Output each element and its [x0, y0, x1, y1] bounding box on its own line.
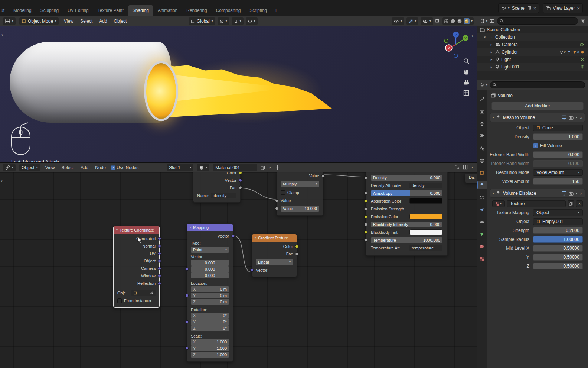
remove-modifier-icon[interactable]: ×	[579, 115, 582, 120]
disclosure-arrow-icon[interactable]: ▸	[490, 50, 493, 54]
navigation-gizmo[interactable]: Z Y X	[442, 30, 470, 60]
overlays-dropdown[interactable]: ▾	[421, 17, 433, 25]
temperature-slider[interactable]: Temperature1000.000	[371, 237, 442, 243]
shader-menu-select[interactable]: Select	[60, 165, 75, 170]
math-node[interactable]: Value Multiply▾ Clamp Value Value10.000	[277, 172, 323, 216]
vector-x-field[interactable]: 0.000	[191, 260, 229, 266]
voxel-amount-slider[interactable]: 150	[533, 178, 583, 185]
new-texture-copy-button[interactable]	[568, 200, 574, 207]
zoom-region-icon[interactable]	[454, 165, 459, 170]
mtv-density-slider[interactable]: 1.000	[533, 133, 583, 140]
material-name-field[interactable]: Material.001	[213, 164, 257, 171]
toolbar-expand-arrow[interactable]: ›	[1, 178, 3, 183]
remove-modifier-icon[interactable]: ×	[579, 191, 582, 196]
workspace-tab-sculpting[interactable]: Sculpting	[36, 5, 63, 16]
window-output-socket[interactable]	[158, 274, 161, 278]
panel-expand-arrow[interactable]: ▾	[493, 192, 494, 195]
workspace-tab-compositing[interactable]: Compositing	[212, 5, 245, 16]
volume-displace-panel-header[interactable]: ▾ Volume Displace ▾ ×	[490, 189, 585, 198]
unlink-texture-button[interactable]: ×	[576, 200, 583, 207]
tab-scene[interactable]	[477, 144, 487, 152]
absorption-color-input-socket[interactable]	[364, 199, 368, 203]
modifier-extras-dropdown[interactable]: ▾	[576, 116, 577, 119]
camera-output-socket[interactable]	[158, 267, 161, 270]
blackbody-intensity-slider[interactable]: Blackbody Intensity0.000	[371, 222, 442, 227]
shading-wireframe-button[interactable]	[444, 19, 449, 24]
tab-object-data[interactable]	[477, 230, 487, 238]
use-nodes-checkbox[interactable]: ✓ Use Nodes	[111, 165, 138, 170]
panel-expand-arrow[interactable]: ▾	[493, 116, 494, 119]
tab-output[interactable]	[477, 120, 487, 128]
material-data-icon[interactable]	[573, 51, 576, 54]
viewport-menu-view[interactable]: View	[62, 19, 75, 24]
vector-z-field[interactable]: 0.000	[191, 272, 229, 278]
gradient-texture-node[interactable]: ▾Gradient Texture Color Fac Linear▾ Vect…	[252, 234, 297, 277]
mid-level-y-slider[interactable]: 0.50000	[533, 254, 583, 261]
texture-coordinate-node[interactable]: ▾Texture Coordinate Generated Normal UV …	[113, 226, 160, 308]
reflection-output-socket[interactable]	[158, 282, 161, 285]
workspace-tab-rendering[interactable]: Rendering	[182, 5, 211, 16]
workspace-tab-uv-editing[interactable]: UV Editing	[63, 5, 93, 16]
material-slot-dropdown[interactable]: Slot 1 ▾	[167, 164, 193, 171]
shader-canvas[interactable]: › Color Vector Fac Name: density Value M…	[0, 172, 477, 368]
rotation-x-field[interactable]: X0°	[191, 313, 229, 319]
mid-level-z-slider[interactable]: 0.50000	[533, 263, 583, 269]
scale-x-field[interactable]: X1.000	[191, 339, 229, 345]
generated-output-socket[interactable]	[158, 237, 161, 241]
viewport-menu-select[interactable]: Select	[79, 19, 94, 24]
mesh-to-volume-panel-header[interactable]: ▾ Mesh to Volume ▾ ×	[490, 113, 585, 122]
modifier-extras-dropdown[interactable]: ▾	[576, 192, 577, 195]
toolbar-expand-arrow[interactable]: ›	[1, 32, 3, 38]
interpolation-dropdown[interactable]: Linear▾	[256, 259, 293, 265]
vector-input-socket[interactable]	[185, 268, 189, 271]
mesh-data-icon[interactable]	[559, 51, 563, 54]
anisotropy-slider[interactable]: Anisotropy0.000	[371, 190, 442, 196]
add-workspace-button[interactable]: +	[271, 5, 281, 16]
vector-input-socket[interactable]	[250, 269, 254, 272]
object-output-socket[interactable]	[158, 259, 161, 263]
chevron-down-icon[interactable]: ▾	[471, 166, 473, 169]
tab-physics[interactable]	[477, 206, 487, 214]
density-input-socket[interactable]	[364, 176, 368, 179]
scale-z-field[interactable]: Z1.000	[191, 352, 229, 358]
camera-view-icon[interactable]	[463, 80, 470, 85]
new-material-copy-icon[interactable]	[261, 165, 265, 170]
tab-world[interactable]	[477, 156, 487, 165]
workspace-tab-shading[interactable]: Shading	[128, 5, 153, 16]
snapping-grid-icon[interactable]	[463, 165, 468, 170]
modifier-name[interactable]: Volume Displace	[503, 191, 536, 196]
outliner-row-scene-collection[interactable]: Scene Collection	[477, 26, 588, 33]
mapping-node[interactable]: ▾Mapping Vector Type: Point▾ Vector: 0.0…	[187, 223, 233, 362]
blackbody-tint-swatch[interactable]	[409, 229, 442, 235]
viewport-display-toggle[interactable]	[562, 191, 566, 196]
emission-color-input-socket[interactable]	[364, 215, 368, 218]
display-mode-icon[interactable]	[490, 19, 494, 23]
vector-y-field[interactable]: 0.000	[191, 266, 229, 272]
scale-input-socket[interactable]	[185, 347, 189, 350]
shading-rendered-button[interactable]	[464, 18, 470, 24]
viewport-menu-add[interactable]: Add	[98, 19, 108, 24]
texture-browse-dropdown[interactable]: ▾	[492, 200, 505, 207]
pivot-point-dropdown[interactable]: ▾	[218, 17, 229, 25]
ortho-grid-icon[interactable]	[463, 90, 470, 96]
rotation-input-socket[interactable]	[185, 320, 189, 324]
value-output-socket[interactable]	[321, 174, 325, 178]
rotation-y-field[interactable]: Y0°	[191, 319, 229, 325]
value2-input-socket[interactable]	[275, 207, 278, 210]
mapping-vector-inputs[interactable]: 0.000 0.000 0.000	[187, 260, 233, 278]
sample-radius-slider[interactable]: 1.00000	[533, 236, 583, 243]
workspace-tab-scripting[interactable]: Scripting	[245, 5, 271, 16]
unlink-material-icon[interactable]: ×	[269, 165, 272, 170]
unlink-scene-icon[interactable]: ×	[533, 6, 536, 11]
workspace-tab-layout[interactable]: ut	[0, 5, 9, 16]
properties-search-input[interactable]	[490, 81, 585, 88]
view-layer-selector[interactable]: View Layer ×	[543, 3, 583, 13]
add-modifier-button[interactable]: Add Modifier	[491, 102, 584, 110]
location-x-field[interactable]: X0 m	[191, 286, 229, 292]
rocket-nozzle[interactable]	[144, 61, 178, 121]
editor-type-dropdown[interactable]: ▾	[3, 17, 16, 25]
outliner-row-collection[interactable]: ▾ Collection	[477, 33, 588, 41]
sidebar-collapse-arrow[interactable]: ‹	[471, 33, 473, 38]
remove-view-layer-icon[interactable]: ×	[577, 6, 580, 11]
mapping-location-inputs[interactable]: X0 m Y0 m Z0 m	[187, 286, 233, 305]
